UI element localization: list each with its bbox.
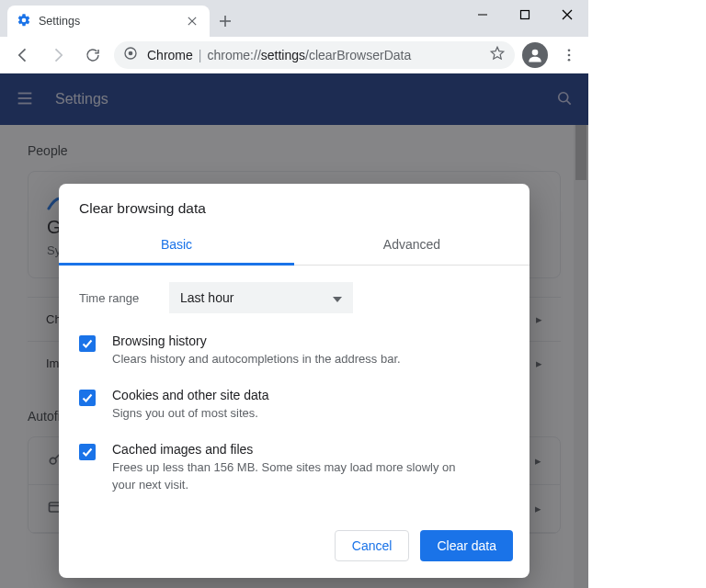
checkbox[interactable] (79, 444, 96, 460)
browser-tab-settings[interactable]: Settings (7, 6, 210, 37)
option-title: Browsing history (112, 334, 401, 348)
address-bar[interactable]: Chrome|chrome://settings/clearBrowserDat… (114, 41, 515, 69)
tab-close-button[interactable] (184, 13, 200, 29)
svg-point-9 (129, 51, 133, 56)
svg-point-11 (532, 49, 539, 55)
new-tab-button[interactable] (210, 6, 241, 37)
tab-basic[interactable]: Basic (59, 226, 294, 266)
profile-avatar-button[interactable] (522, 42, 548, 68)
chrome-page-icon (123, 46, 138, 63)
time-range-select[interactable]: Last hour (169, 282, 353, 313)
option-title: Cached images and files (112, 442, 480, 457)
time-range-label: Time range (79, 291, 153, 305)
window-minimize-button[interactable] (461, 0, 504, 29)
checkbox[interactable] (79, 390, 96, 406)
svg-rect-1 (521, 11, 530, 19)
window-close-button[interactable] (546, 0, 588, 29)
window-maximize-button[interactable] (504, 0, 546, 29)
option-browsing-history[interactable]: Browsing history Clears history and auto… (79, 334, 509, 368)
time-range-value: Last hour (180, 290, 233, 305)
dialog-tabs: Basic Advanced (59, 226, 530, 266)
window-controls (461, 0, 588, 29)
option-title: Cookies and other site data (112, 388, 268, 402)
dialog-title: Clear browsing data (59, 184, 530, 226)
checkbox[interactable] (79, 335, 96, 352)
svg-marker-10 (491, 47, 504, 59)
browser-toolbar: Chrome|chrome://settings/clearBrowserDat… (0, 37, 588, 74)
tab-advanced[interactable]: Advanced (294, 226, 530, 265)
forward-button[interactable] (44, 41, 72, 69)
star-icon[interactable] (489, 45, 506, 64)
tab-title: Settings (39, 15, 176, 28)
svg-point-13 (568, 53, 571, 56)
option-desc: Clears history and autocompletions in th… (112, 351, 401, 368)
option-cache[interactable]: Cached images and files Frees up less th… (79, 442, 509, 492)
back-button[interactable] (9, 41, 37, 69)
option-cookies[interactable]: Cookies and other site data Signs you ou… (79, 388, 509, 422)
url-text: Chrome|chrome://settings/clearBrowserDat… (147, 48, 480, 62)
overflow-menu-button[interactable] (555, 41, 583, 69)
option-desc: Signs you out of most sites. (112, 405, 268, 422)
option-desc: Frees up less than 156 MB. Some sites ma… (112, 459, 480, 492)
svg-marker-23 (333, 297, 342, 302)
gear-icon (17, 13, 31, 30)
svg-point-14 (568, 58, 571, 61)
clear-data-button[interactable]: Clear data (420, 530, 513, 561)
cancel-button[interactable]: Cancel (335, 530, 410, 561)
svg-point-12 (568, 49, 571, 51)
caret-down-icon (333, 290, 342, 305)
reload-button[interactable] (79, 41, 107, 69)
clear-browsing-data-dialog: Clear browsing data Basic Advanced Time … (59, 184, 530, 578)
